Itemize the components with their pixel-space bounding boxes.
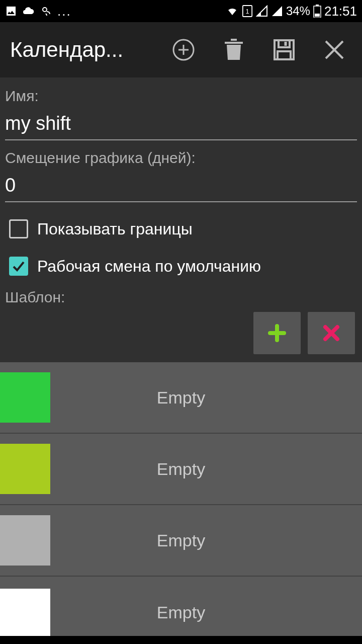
offset-input[interactable] <box>5 171 357 202</box>
show-borders-label: Показывать границы <box>37 220 193 238</box>
add-button[interactable] <box>171 37 196 62</box>
default-shift-label: Рабочая смена по умолчанию <box>37 257 261 276</box>
item-label: Empty <box>50 388 362 408</box>
close-button[interactable] <box>322 37 347 62</box>
save-button[interactable] <box>272 37 297 62</box>
plus-icon <box>267 323 287 343</box>
signal1-icon <box>256 5 268 17</box>
check-icon <box>12 259 26 273</box>
list-item[interactable]: Empty <box>0 362 362 434</box>
default-shift-checkbox[interactable] <box>9 257 28 276</box>
cloud-icon <box>21 5 35 17</box>
color-swatch <box>0 372 50 423</box>
color-swatch <box>0 515 50 566</box>
show-borders-checkbox[interactable] <box>9 219 28 238</box>
app-bar: Календар... <box>0 22 362 77</box>
more-icon: ... <box>57 4 71 19</box>
plus-circle-icon <box>171 38 196 62</box>
show-borders-row[interactable]: Показывать границы <box>5 210 357 248</box>
svg-rect-10 <box>279 40 290 47</box>
signal2-icon <box>271 5 283 17</box>
pattern-add-button[interactable] <box>253 312 301 354</box>
x-icon <box>322 324 341 343</box>
name-input[interactable] <box>5 109 357 140</box>
svg-rect-11 <box>278 51 291 59</box>
svg-rect-5 <box>315 14 320 17</box>
status-bar: ... 1 34% 21:51 <box>0 0 362 22</box>
battery-icon <box>313 5 321 18</box>
default-shift-row[interactable]: Рабочая смена по умолчанию <box>5 248 357 285</box>
list-item[interactable]: Empty <box>0 505 362 577</box>
list-item[interactable]: Empty <box>0 577 362 636</box>
form-content: Имя: Смещение графика (дней): Показывать… <box>0 77 362 362</box>
item-label: Empty <box>50 603 362 622</box>
color-swatch <box>0 444 50 494</box>
color-swatch <box>0 589 50 636</box>
pattern-remove-button[interactable] <box>308 312 355 354</box>
svg-text:1: 1 <box>245 8 249 15</box>
trash-icon <box>223 38 245 62</box>
name-label: Имя: <box>5 88 357 105</box>
offset-label: Смещение графика (дней): <box>5 149 357 167</box>
svg-point-0 <box>43 8 47 12</box>
status-left: ... <box>5 4 71 19</box>
list-item[interactable]: Empty <box>0 434 362 505</box>
status-right: 1 34% 21:51 <box>226 4 357 19</box>
save-icon <box>273 38 296 61</box>
item-label: Empty <box>50 531 362 550</box>
close-icon <box>324 39 345 60</box>
pattern-list: Empty Empty Empty Empty <box>0 362 362 636</box>
sim-icon: 1 <box>242 5 253 18</box>
battery-percent: 34% <box>286 4 310 18</box>
page-title: Календар... <box>10 38 171 62</box>
item-label: Empty <box>50 459 362 479</box>
clock: 21:51 <box>324 4 357 19</box>
weather-icon <box>39 5 53 17</box>
wifi-icon <box>226 5 239 17</box>
pattern-label: Шаблон: <box>5 289 357 306</box>
image-icon <box>5 5 17 17</box>
delete-button[interactable] <box>221 37 246 62</box>
